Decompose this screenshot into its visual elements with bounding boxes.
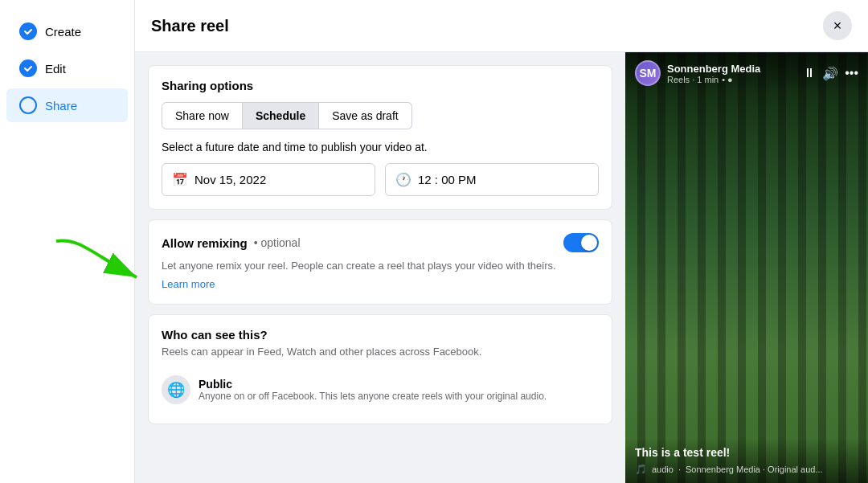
profile-info: Sonnenberg Media Reels · 1 min • ● bbox=[667, 63, 760, 84]
check-icon-create bbox=[19, 23, 37, 40]
video-overlay-bottom: This is a test reel! 🎵 audio · Sonnenber… bbox=[625, 438, 868, 483]
who-can-see-desc: Reels can appear in Feed, Watch and othe… bbox=[162, 345, 599, 359]
sidebar-item-edit[interactable]: Edit bbox=[6, 51, 128, 85]
tab-save-draft[interactable]: Save as draft bbox=[319, 102, 412, 129]
video-background: SM Sonnenberg Media Reels · 1 min • ● ⏸ bbox=[625, 52, 868, 483]
video-caption: This is a test reel! bbox=[635, 446, 858, 459]
dialog-title: Share reel bbox=[151, 17, 229, 35]
video-profile: SM Sonnenberg Media Reels · 1 min • ● bbox=[635, 60, 760, 86]
datetime-row: 📅 Nov 15, 2022 🕐 12 : 00 PM bbox=[162, 163, 599, 196]
calendar-icon: 📅 bbox=[172, 172, 188, 187]
sharing-options-title: Sharing options bbox=[162, 79, 599, 92]
remixing-header: Allow remixing • optional bbox=[162, 233, 599, 252]
date-input[interactable]: 📅 Nov 15, 2022 bbox=[162, 163, 375, 196]
dialog-header: Share reel × bbox=[135, 0, 868, 52]
circle-icon-share bbox=[19, 96, 37, 114]
schedule-label: Select a future date and time to publish… bbox=[162, 141, 599, 153]
who-can-see-card: Who can see this? Reels can appear in Fe… bbox=[148, 314, 612, 424]
remixing-toggle[interactable] bbox=[563, 233, 599, 252]
main-content: Share reel × Sharing options Share now S… bbox=[135, 0, 868, 483]
audience-icon: 🌐 bbox=[162, 375, 190, 404]
form-area: Sharing options Share now Schedule Save … bbox=[135, 52, 625, 483]
close-button[interactable]: × bbox=[823, 11, 852, 40]
profile-name: Sonnenberg Media bbox=[667, 63, 760, 75]
sidebar-label-share: Share bbox=[45, 99, 77, 113]
audio-label: audio bbox=[652, 465, 674, 474]
date-value: Nov 15, 2022 bbox=[194, 173, 266, 186]
audience-option[interactable]: 🌐 Public Anyone on or off Facebook. This… bbox=[162, 369, 599, 411]
audio-icon: 🎵 bbox=[635, 464, 647, 475]
remixing-description: Let anyone remix your reel. People can c… bbox=[162, 259, 599, 273]
video-controls: ⏸ 🔊 ••• bbox=[803, 66, 858, 81]
video-preview: SM Sonnenberg Media Reels · 1 min • ● ⏸ bbox=[625, 52, 868, 483]
sidebar: Create Edit Share bbox=[0, 0, 135, 483]
optional-badge: • optional bbox=[254, 236, 301, 249]
remixing-title-row: Allow remixing • optional bbox=[162, 236, 301, 250]
video-overlay-top: SM Sonnenberg Media Reels · 1 min • ● ⏸ bbox=[625, 52, 868, 94]
audience-name: Public bbox=[199, 378, 547, 391]
volume-button[interactable]: 🔊 bbox=[822, 66, 838, 81]
audio-source: Sonnenberg Media · Original aud... bbox=[686, 465, 823, 474]
time-value: 12 : 00 PM bbox=[418, 173, 477, 186]
tab-group: Share now Schedule Save as draft bbox=[162, 102, 599, 129]
learn-more-link[interactable]: Learn more bbox=[162, 278, 215, 290]
clock-icon: 🕐 bbox=[395, 172, 411, 187]
dialog-body: Sharing options Share now Schedule Save … bbox=[135, 52, 868, 483]
profile-avatar: SM bbox=[635, 60, 661, 86]
remixing-title: Allow remixing bbox=[162, 236, 248, 250]
audio-credits: · bbox=[678, 465, 681, 474]
more-button[interactable]: ••• bbox=[845, 66, 858, 80]
tab-share-now[interactable]: Share now bbox=[162, 102, 243, 129]
sidebar-label-edit: Edit bbox=[45, 62, 66, 76]
remixing-card: Allow remixing • optional Let anyone rem… bbox=[148, 219, 612, 305]
pause-button[interactable]: ⏸ bbox=[803, 66, 816, 80]
check-icon-edit bbox=[19, 59, 37, 77]
sidebar-item-create[interactable]: Create bbox=[6, 14, 128, 48]
profile-sub: Reels · 1 min • ● bbox=[667, 75, 760, 84]
sidebar-label-create: Create bbox=[45, 25, 81, 39]
sidebar-item-share[interactable]: Share bbox=[6, 88, 128, 122]
video-audio-bar: 🎵 audio · Sonnenberg Media · Original au… bbox=[635, 464, 858, 475]
sharing-options-card: Sharing options Share now Schedule Save … bbox=[148, 65, 612, 210]
who-can-see-title: Who can see this? bbox=[162, 328, 599, 342]
tab-schedule[interactable]: Schedule bbox=[243, 102, 319, 129]
audience-text: Public Anyone on or off Facebook. This l… bbox=[199, 378, 547, 402]
time-input[interactable]: 🕐 12 : 00 PM bbox=[385, 163, 599, 196]
audience-sub: Anyone on or off Facebook. This lets any… bbox=[199, 391, 547, 402]
